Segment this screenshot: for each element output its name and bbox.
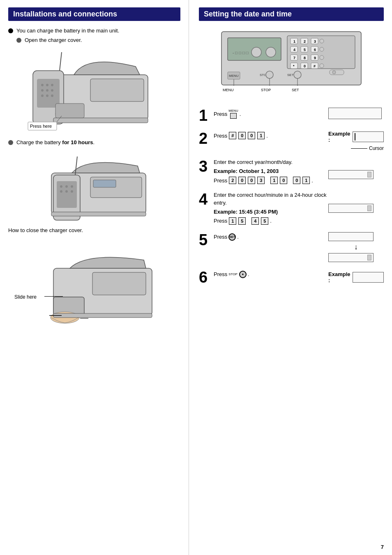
device-illustration-1: Press here bbox=[21, 50, 168, 132]
key-5a: 5 bbox=[238, 217, 246, 225]
svg-text:SET: SET bbox=[287, 73, 294, 77]
key-2a: 2 bbox=[229, 177, 236, 184]
svg-text:6: 6 bbox=[314, 48, 316, 52]
step-5-content: Press SET . ↓ bbox=[214, 232, 384, 262]
svg-line-13 bbox=[60, 52, 62, 71]
svg-point-7 bbox=[41, 89, 44, 92]
svg-text:1: 1 bbox=[293, 39, 295, 44]
step-2: 2 Press # 0 0 1 . bbox=[199, 131, 384, 151]
step-2-press-line: Press # 0 0 1 . bbox=[214, 132, 328, 139]
bullet-item-1: You can charge the battery in the main u… bbox=[8, 28, 180, 34]
step4-press-line: Press 1 5 4 5 . bbox=[214, 217, 328, 225]
svg-text:MENU: MENU bbox=[229, 74, 239, 78]
illustration-1: Press here bbox=[8, 48, 180, 134]
svg-rect-74 bbox=[330, 70, 344, 75]
stop-icon-step6: ● bbox=[239, 271, 247, 278]
key-1a: 1 bbox=[257, 132, 265, 139]
step-5-number: 5 bbox=[199, 232, 211, 248]
svg-point-24 bbox=[60, 185, 62, 188]
step-4-number: 4 bbox=[199, 191, 211, 207]
step-1-number: 1 bbox=[199, 108, 211, 123]
svg-text:2: 2 bbox=[304, 39, 306, 44]
svg-rect-15 bbox=[53, 118, 148, 123]
key-0d: 0 bbox=[248, 177, 255, 184]
cursor-label: Cursor bbox=[328, 145, 384, 151]
svg-rect-3 bbox=[37, 79, 60, 108]
illustration-3: Slide here bbox=[8, 238, 180, 329]
key-4a: 4 bbox=[251, 217, 259, 225]
svg-point-28 bbox=[65, 190, 68, 193]
svg-point-56 bbox=[320, 47, 324, 51]
panel-svg: 1 2 3 4 5 6 7 8 9 bbox=[215, 28, 367, 99]
svg-point-70 bbox=[320, 64, 324, 68]
key-0b: 0 bbox=[248, 132, 255, 139]
svg-point-49 bbox=[320, 39, 324, 43]
svg-point-27 bbox=[60, 190, 62, 193]
page-container: Installations and connections You can ch… bbox=[0, 0, 392, 555]
key-3a: 3 bbox=[257, 177, 265, 184]
key-5b: 5 bbox=[261, 217, 268, 225]
svg-text:3: 3 bbox=[314, 39, 316, 44]
menu-icon-step1: MENU bbox=[228, 109, 238, 119]
svg-text:Press here: Press here bbox=[30, 124, 52, 129]
svg-rect-36 bbox=[92, 272, 146, 295]
svg-point-10 bbox=[41, 94, 44, 97]
svg-rect-23 bbox=[57, 181, 77, 208]
device-illustration-2 bbox=[27, 150, 162, 222]
step4-bold: Example: 15:45 (3:45 PM) bbox=[214, 208, 328, 216]
svg-text:0: 0 bbox=[304, 64, 306, 68]
svg-point-79 bbox=[266, 71, 273, 78]
svg-rect-37 bbox=[53, 313, 152, 318]
slide-here-line bbox=[44, 296, 63, 297]
svg-text:7: 7 bbox=[293, 56, 295, 60]
step-2-right: Example : Cursor bbox=[328, 131, 384, 151]
menu-box bbox=[230, 113, 237, 119]
svg-text:5: 5 bbox=[304, 48, 306, 52]
svg-text:9: 9 bbox=[314, 56, 316, 60]
key-0e: 0 bbox=[280, 177, 287, 184]
key-1c: 1 bbox=[302, 177, 310, 184]
step3-bold: Example: October 1, 2003 bbox=[214, 168, 328, 175]
svg-rect-31 bbox=[51, 212, 146, 216]
key-1b: 1 bbox=[270, 177, 278, 184]
step-1: 1 Press MENU . bbox=[199, 108, 384, 123]
key-hash: # bbox=[229, 132, 236, 139]
svg-point-12 bbox=[51, 94, 53, 97]
caption-close: How to close the charger cover. bbox=[8, 227, 180, 233]
step-1-press-line: Press MENU . bbox=[214, 109, 328, 119]
svg-text:4: 4 bbox=[293, 48, 295, 52]
key-0f: 0 bbox=[293, 177, 300, 184]
left-column: Installations and connections You can ch… bbox=[0, 0, 189, 555]
down-arrow: ↓ bbox=[328, 243, 384, 251]
step6-example-label: Example : bbox=[328, 271, 350, 283]
svg-point-5 bbox=[46, 84, 48, 86]
step-2-content: Press # 0 0 1 . Example : bbox=[214, 131, 384, 151]
step-3-number: 3 bbox=[199, 159, 211, 174]
step3-text: Enter the correct year/month/day. bbox=[214, 159, 328, 166]
svg-point-9 bbox=[51, 89, 53, 92]
step2-example-label: Example : bbox=[328, 131, 350, 143]
svg-rect-1 bbox=[90, 79, 144, 101]
bullet-dot-1 bbox=[8, 28, 13, 33]
svg-text:MENU: MENU bbox=[223, 88, 234, 92]
step4-text: Enter the correct hour/minute in a 24-ho… bbox=[214, 191, 328, 206]
svg-text:8: 8 bbox=[304, 56, 306, 60]
cursor-bar bbox=[355, 133, 355, 140]
step3-press-line: Press 2 0 0 3 1 0 0 1 . bbox=[214, 177, 328, 184]
step4-display bbox=[328, 204, 374, 213]
cursor-line bbox=[351, 148, 367, 149]
step5-display-bottom bbox=[328, 253, 374, 262]
step-3-content: Enter the correct year/month/day. Exampl… bbox=[214, 159, 384, 184]
bullet-circle-1 bbox=[16, 38, 21, 43]
svg-text:*: * bbox=[293, 64, 295, 68]
step3-display bbox=[328, 170, 374, 179]
step-6: 6 Press STOP ● . bbox=[199, 269, 384, 285]
step6-press-line: Press STOP ● . bbox=[214, 271, 328, 278]
step-3: 3 Enter the correct year/month/day. Exam… bbox=[199, 159, 384, 184]
slide-here-label: Slide here bbox=[14, 294, 37, 300]
set-icon-step5: SET bbox=[228, 233, 236, 241]
left-section-header: Installations and connections bbox=[8, 7, 180, 21]
right-column: Setting the date and time 1 2 3 bbox=[189, 0, 392, 555]
svg-point-6 bbox=[51, 84, 53, 86]
svg-point-4 bbox=[41, 84, 44, 86]
